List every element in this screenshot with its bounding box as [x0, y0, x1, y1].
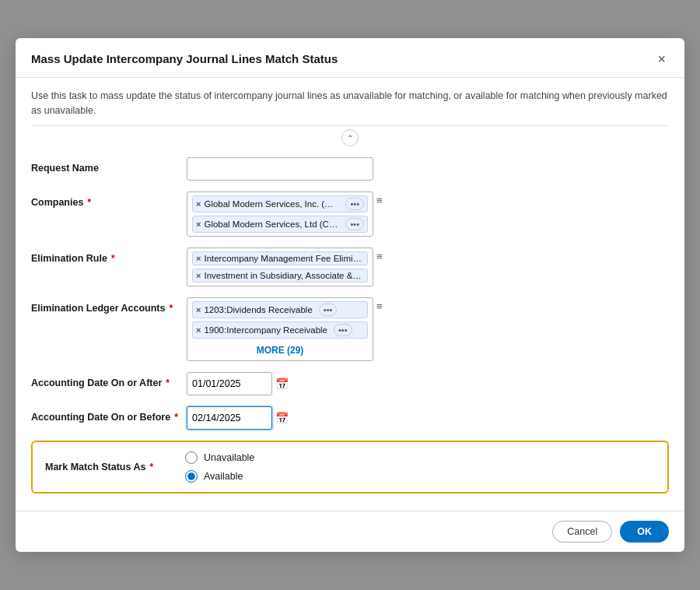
elimination-rule-tag-1-text: Intercompany Management Fee Elimination(…	[204, 254, 364, 263]
elimination-ledger-tag-2-ellipsis[interactable]: •••	[334, 324, 352, 336]
elimination-ledger-row: Elimination Ledger Accounts * × 1203:Div…	[31, 297, 669, 361]
elimination-ledger-tag-2-remove[interactable]: ×	[196, 325, 201, 335]
companies-tag-2-text: Global Modern Services, Ltd (Canada)	[204, 219, 339, 229]
elimination-ledger-tag-1-text: 1203:Dividends Receivable	[204, 305, 312, 314]
radio-available-label: Available	[204, 471, 243, 482]
date-before-control: 📅	[187, 406, 669, 430]
elimination-rule-control: × Intercompany Management Fee Eliminatio…	[187, 248, 669, 286]
radio-unavailable-label: Unavailable	[204, 452, 254, 463]
modal-body: Use this task to mass update the status …	[16, 78, 684, 511]
companies-tag-1-remove[interactable]: ×	[196, 199, 201, 209]
mark-match-required: *	[149, 462, 153, 472]
request-name-label: Request Name	[31, 157, 187, 174]
elimination-rule-tag-2: × Investment in Subsidiary, Associate & …	[192, 269, 368, 283]
elimination-rule-list-icon[interactable]: ≡	[376, 251, 383, 262]
radio-available-input[interactable]	[185, 470, 198, 483]
close-button[interactable]: ×	[654, 51, 669, 68]
elimination-ledger-tag-1-remove[interactable]: ×	[196, 305, 201, 314]
collapse-button[interactable]: ⌃	[341, 129, 359, 146]
companies-row: Companies * × Global Modern Services, In…	[31, 191, 669, 237]
mark-match-label: Mark Match Status As *	[45, 462, 185, 472]
companies-tag-2-ellipsis[interactable]: •••	[345, 218, 364, 230]
modal-header: Mass Update Intercompany Journal Lines M…	[16, 38, 684, 78]
date-after-label: Accounting Date On or After *	[31, 372, 187, 388]
companies-label: Companies *	[31, 191, 187, 208]
request-name-row: Request Name	[31, 157, 669, 181]
date-before-label: Accounting Date On or Before *	[31, 406, 187, 423]
elimination-ledger-list-icon[interactable]: ≡	[376, 300, 383, 312]
modal-dialog: Mass Update Intercompany Journal Lines M…	[16, 38, 684, 553]
request-name-input[interactable]	[187, 157, 373, 181]
companies-item-1: × Global Modern Services, Inc. (USA) •••	[192, 195, 368, 212]
elimination-ledger-tag-1: × 1203:Dividends Receivable •••	[192, 301, 368, 318]
date-after-required: *	[166, 378, 170, 388]
form-section: Request Name Companies *	[31, 151, 669, 511]
companies-tag-1-ellipsis[interactable]: •••	[345, 198, 364, 210]
companies-tag-1-text: Global Modern Services, Inc. (USA)	[204, 199, 339, 209]
date-after-input[interactable]	[187, 372, 272, 395]
request-name-control	[187, 157, 669, 181]
date-before-row: Accounting Date On or Before * 📅	[31, 406, 669, 430]
elimination-rule-item-1: × Intercompany Management Fee Eliminatio…	[192, 251, 368, 265]
companies-select-box[interactable]: × Global Modern Services, Inc. (USA) •••…	[187, 191, 373, 237]
elimination-rule-row: Elimination Rule * × Intercompany Manage…	[31, 248, 669, 286]
companies-tag-2-remove[interactable]: ×	[196, 219, 201, 229]
date-after-calendar-icon[interactable]: 📅	[275, 378, 289, 390]
mark-match-section: Mark Match Status As * Unavailable Avail…	[31, 441, 669, 493]
description-text: Use this task to mass update the status …	[31, 89, 669, 118]
companies-tag-2: × Global Modern Services, Ltd (Canada) •…	[192, 216, 368, 233]
ok-button[interactable]: OK	[620, 521, 669, 543]
radio-unavailable-option[interactable]: Unavailable	[185, 451, 254, 464]
radio-group: Unavailable Available	[185, 451, 254, 483]
elimination-ledger-select-box[interactable]: × 1203:Dividends Receivable ••• × 1900:I…	[187, 297, 373, 361]
radio-unavailable-input[interactable]	[185, 451, 198, 464]
elimination-ledger-control: × 1203:Dividends Receivable ••• × 1900:I…	[187, 297, 669, 361]
elimination-ledger-tag-2: × 1900:Intercompany Receivable •••	[192, 321, 368, 339]
date-before-calendar-icon[interactable]: 📅	[275, 412, 289, 424]
companies-item-2: × Global Modern Services, Ltd (Canada) •…	[192, 216, 368, 233]
date-before-required: *	[174, 412, 178, 423]
elimination-rule-item-2: × Investment in Subsidiary, Associate & …	[192, 269, 368, 283]
companies-required: *	[87, 197, 91, 208]
elimination-rule-tag-2-remove[interactable]: ×	[196, 271, 201, 280]
date-before-input-row: 📅	[187, 406, 669, 430]
elimination-ledger-tag-2-text: 1900:Intercompany Receivable	[204, 325, 327, 335]
elimination-rule-required: *	[111, 253, 115, 264]
elimination-ledger-required: *	[169, 303, 173, 314]
elimination-rule-tag-1-remove[interactable]: ×	[196, 254, 201, 263]
elimination-rule-tag-2-text: Investment in Subsidiary, Associate & JV…	[204, 271, 364, 280]
modal-footer: Cancel OK	[16, 511, 684, 552]
cancel-button[interactable]: Cancel	[552, 521, 612, 543]
elimination-ledger-item-1: × 1203:Dividends Receivable •••	[192, 301, 368, 318]
elimination-ledger-item-2: × 1900:Intercompany Receivable •••	[192, 321, 368, 339]
modal-overlay: Mass Update Intercompany Journal Lines M…	[0, 0, 700, 590]
elimination-ledger-tag-1-ellipsis[interactable]: •••	[319, 304, 338, 316]
elimination-rule-label: Elimination Rule *	[31, 248, 187, 264]
companies-tag-1: × Global Modern Services, Inc. (USA) •••	[192, 195, 368, 212]
elimination-rule-select-box[interactable]: × Intercompany Management Fee Eliminatio…	[187, 248, 373, 286]
date-after-control: 📅	[187, 372, 669, 395]
elimination-ledger-label: Elimination Ledger Accounts *	[31, 297, 187, 314]
elimination-rule-tag-1: × Intercompany Management Fee Eliminatio…	[192, 251, 368, 265]
radio-available-option[interactable]: Available	[185, 470, 254, 483]
companies-control: × Global Modern Services, Inc. (USA) •••…	[187, 191, 669, 237]
companies-list-icon[interactable]: ≡	[376, 195, 383, 206]
date-after-row: Accounting Date On or After * 📅	[31, 372, 669, 395]
date-before-input[interactable]	[187, 406, 272, 430]
date-after-input-row: 📅	[187, 372, 669, 395]
modal-title: Mass Update Intercompany Journal Lines M…	[31, 52, 338, 65]
collapse-bar: ⌃	[31, 125, 669, 151]
more-link[interactable]: MORE (29)	[192, 342, 368, 357]
